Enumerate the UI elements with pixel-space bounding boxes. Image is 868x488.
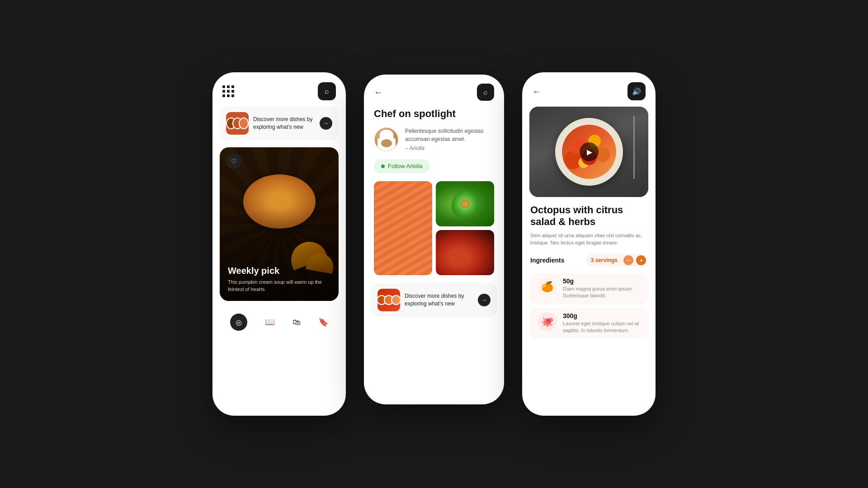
plus-icon: + [636,255,646,265]
search-button-center[interactable]: ⌕ [477,84,494,101]
discover-text-left: Discover more dishes by exploring what's… [253,116,315,131]
phone-right: ← 🔊 ▶ Octopus with citrus salad & herbs … [522,72,656,416]
play-icon: ▶ [587,148,592,156]
ingredient-desc-2: Laoreet eget tristique nullam vel at sag… [563,320,640,334]
card-content: Weekly pick This pumpkin cream soup will… [228,266,330,293]
discover-arrow-center[interactable]: → [478,294,491,306]
chef-name: – Ariolla [405,145,494,151]
servings-control: 3 servings − + [586,254,647,267]
ingredient-item-2: 🐙 300g Laoreet eget tristique nullam vel… [529,308,648,339]
food-gallery-grid [374,181,494,275]
decrease-servings-button[interactable]: − [622,254,635,267]
chef-row: Pellentesque sollicitudin egestas accums… [364,127,504,159]
ingredients-label: Ingredients [530,257,564,264]
back-button-center[interactable]: ← [374,87,383,98]
play-button[interactable]: ▶ [580,142,599,161]
ingredients-header: Ingredients 3 servings − + [522,254,656,273]
fork-visual [633,116,635,179]
discover-thumb-left [226,112,249,135]
ingredient-icon-2: 🐙 [538,312,557,331]
compass-icon: ◎ [236,318,242,327]
dish-title: Octopus with citrus salad & herbs [522,204,656,232]
dish-description: Sem aliquet sit urna aliquam vitae nisl … [522,232,656,254]
minus-icon: − [623,255,633,265]
phone-left: ⌕ Discover more dishes by exploring what… [212,72,346,416]
search-button-left[interactable]: ⌕ [318,82,336,100]
heart-icon: ♡ [231,158,237,165]
weekly-pick-card[interactable]: ♡ Weekly pick This pumpkin cream soup wi… [220,147,339,301]
ingredient-desc-1: Diam magna purus enim ipsum. Scelerisque… [563,286,640,300]
grid-menu-icon[interactable] [222,85,234,97]
discover-text-center: Discover more dishes by exploring what's… [405,292,473,308]
discover-arrow-left[interactable]: → [320,117,332,130]
nav-bookmark[interactable]: 🔖 [318,317,328,327]
follow-label: Follow Ariolla [388,163,423,169]
ingredient-amount-1: 50g [563,277,640,285]
pan-dish-image [436,230,494,275]
arrow-icon: → [323,120,329,127]
discover-thumb-center [377,289,400,311]
right-header: ← 🔊 [522,72,656,107]
discover-banner-left[interactable]: Discover more dishes by exploring what's… [220,107,339,140]
food-grid-item-1[interactable] [374,181,432,275]
dish-image-container: ▶ [529,107,648,197]
weekly-pick-description: This pumpkin cream soup will warm up the… [228,279,330,293]
chef-quote: Pellentesque sollicitudin egestas accums… [405,127,494,151]
food-grid-item-2[interactable] [436,181,494,226]
carrot-dish-image [374,181,432,275]
chef-avatar [374,127,399,152]
weekly-pick-label: Weekly pick [228,266,330,276]
bottom-navigation: ◎ 📖 🛍 🔖 [212,306,346,340]
discover-banner-center[interactable]: Discover more dishes by exploring what's… [371,283,497,317]
back-button-right[interactable]: ← [532,86,541,97]
increase-servings-button[interactable]: + [635,254,647,267]
ingredient-item-1: 🍊 50g Diam magna purus enim ipsum. Scele… [529,273,648,304]
ingredient-icon-1: 🍊 [538,277,557,296]
ingredient-info-1: 50g Diam magna purus enim ipsum. Sceleri… [563,277,640,300]
ingredient-amount-2: 300g [563,312,640,319]
nav-bag[interactable]: 🛍 [292,318,301,327]
follow-button[interactable]: Follow Ariolla [374,159,430,173]
arrow-icon-center: → [481,297,487,303]
left-header: ⌕ [212,72,346,107]
phone-center: ← ⌕ Chef on spotlight Pellentesque solli… [364,75,504,404]
search-icon: ⌕ [325,87,329,95]
ingredient-info-2: 300g Laoreet eget tristique nullam vel a… [563,312,640,334]
online-indicator [381,164,385,168]
spotlight-title: Chef on spotlight [364,108,504,127]
favorite-button[interactable]: ♡ [226,154,241,169]
search-icon-center: ⌕ [483,88,488,96]
sound-icon: 🔊 [632,87,641,96]
nav-compass[interactable]: ◎ [230,314,247,331]
food-grid-item-3[interactable] [436,230,494,275]
center-header: ← ⌕ [364,75,504,108]
servings-text: 3 servings [586,254,622,266]
avocado-dish-image [436,181,494,226]
sound-button[interactable]: 🔊 [627,82,646,100]
nav-book[interactable]: 📖 [265,317,275,327]
chef-quote-text: Pellentesque sollicitudin egestas accums… [405,127,494,143]
